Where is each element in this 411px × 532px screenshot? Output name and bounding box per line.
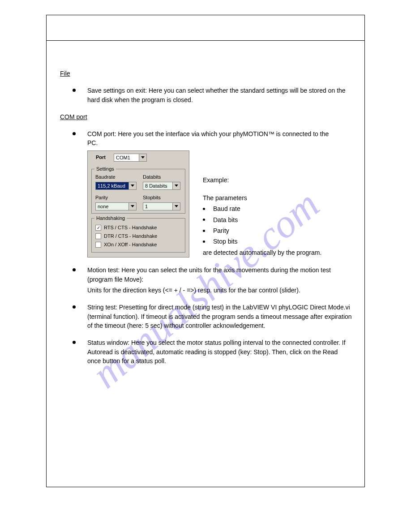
handshaking-group-label: Handshaking (94, 215, 127, 222)
parity-label: Parity (95, 194, 137, 202)
baud-field: Baudrate 115,2 kBaud (95, 174, 137, 190)
com-settings-dialog: Port COM1 Settings (87, 150, 189, 258)
bullet-dot-icon (203, 230, 205, 232)
bullet-dot-icon (73, 89, 76, 92)
com-section-title: COM port (60, 112, 352, 121)
handshaking-groupbox: Handshaking ✓ RTS / CTS - Handshake DTR … (91, 218, 185, 253)
rts-checkbox[interactable]: ✓ RTS / CTS - Handshake (95, 224, 181, 232)
param-databits-text: Data bits (213, 215, 238, 224)
example-label: Example: (203, 176, 338, 184)
bullet-motiontest-text: Motion test: Here you can select the uni… (87, 266, 352, 284)
param-databits: Data bits (203, 215, 338, 224)
bullet-comport-text: COM port: Here you set the interface via… (87, 129, 338, 148)
bullet-dot-icon (73, 341, 76, 344)
databits-combobox[interactable]: 8 Databits (143, 182, 180, 190)
dtr-label: DTR / CTS - Handshake (104, 233, 157, 240)
baud-combobox[interactable]: 115,2 kBaud (95, 182, 137, 190)
bullet-dot-icon (73, 305, 76, 309)
svg-marker-4 (175, 205, 178, 207)
dtr-checkbox[interactable]: DTR / CTS - Handshake (95, 233, 181, 240)
param-baud-text: Baud rate (213, 204, 240, 213)
page-frame: File Save settings on exit: Here you can… (46, 15, 365, 487)
xon-label: XOn / XOff - Handshake (104, 241, 157, 249)
stopbits-field: Stopbits 1 (143, 194, 181, 210)
bullet-statuswindow: Status window: Here you select the motor… (73, 338, 352, 365)
param-parity: Parity (203, 226, 338, 235)
parity-combobox[interactable]: none (95, 202, 137, 210)
svg-marker-2 (175, 184, 178, 187)
bullet-save-text: Save settings on exit: Here you can sele… (87, 86, 352, 104)
bullet-dot-icon (203, 208, 205, 210)
checkbox-icon (95, 242, 101, 248)
port-combobox[interactable]: COM1 (114, 154, 147, 162)
baud-label: Baudrate (95, 174, 137, 181)
file-section-title: File (60, 69, 352, 78)
parity-field: Parity none (95, 194, 137, 210)
chevron-down-icon[interactable] (128, 182, 136, 189)
bullet-save: Save settings on exit: Here you can sele… (73, 86, 352, 104)
xon-checkbox[interactable]: XOn / XOff - Handshake (95, 241, 181, 249)
settings-groupbox: Settings Baudrate 115,2 kBaud (91, 169, 185, 214)
chevron-down-icon[interactable] (172, 203, 180, 210)
header-rule (47, 40, 364, 41)
param-baud: Baud rate (203, 204, 338, 213)
param-parity-text: Parity (213, 226, 229, 235)
param-stopbits-text: Stop bits (213, 237, 237, 246)
dialog-column: COM port: Here you set the interface via… (87, 129, 338, 257)
bullet-comport: COM port: Here you set the interface via… (73, 129, 352, 257)
chevron-down-icon[interactable] (172, 182, 180, 189)
com-title: COM port (60, 112, 87, 121)
bullet-dot-icon (73, 132, 76, 135)
sideoutro: are detected automatically by the progra… (203, 248, 338, 257)
baud-value: 115,2 kBaud (96, 182, 128, 189)
svg-marker-3 (131, 205, 134, 207)
file-title: File (60, 69, 70, 78)
bullet-motiontest: Motion test: Here you can select the uni… (73, 266, 352, 295)
svg-marker-1 (131, 184, 134, 187)
bullet-dot-icon (203, 219, 205, 221)
checkmark-icon: ✓ (97, 226, 100, 230)
bullet-statuswindow-text: Status window: Here you select the motor… (87, 338, 352, 365)
settings-group-label: Settings (94, 166, 116, 173)
sideintro: The parameters (203, 193, 338, 202)
stopbits-value: 1 (143, 203, 172, 210)
port-value: COM1 (114, 154, 139, 161)
databits-value: 8 Databits (143, 182, 172, 189)
chevron-down-icon[interactable] (128, 203, 136, 210)
rts-label: RTS / CTS - Handshake (104, 224, 157, 232)
bullet-stringtest-text: String test: Presetting for direct mode … (87, 303, 352, 330)
example-text: Example: The parameters Baud rate Data b… (203, 150, 338, 257)
bullet-dot-icon (73, 268, 76, 271)
databits-field: Databits 8 Databits (143, 174, 181, 190)
svg-marker-0 (141, 156, 145, 159)
content: File Save settings on exit: Here you can… (60, 69, 352, 373)
bullet-dot-icon (203, 240, 205, 243)
stopbits-label: Stopbits (143, 194, 181, 202)
bullet-mtkeys-text: Units for the direction keys (<= + / - =… (87, 286, 352, 295)
checkbox-icon: ✓ (95, 225, 101, 231)
port-label: Port (96, 154, 106, 161)
port-row: Port COM1 (88, 151, 189, 164)
chevron-down-icon[interactable] (139, 154, 146, 161)
databits-label: Databits (143, 174, 181, 181)
parity-value: none (96, 203, 128, 210)
stopbits-combobox[interactable]: 1 (143, 202, 180, 210)
bullet-stringtest: String test: Presetting for direct mode … (73, 303, 352, 330)
param-stopbits: Stop bits (203, 237, 338, 246)
checkbox-icon (95, 233, 101, 239)
